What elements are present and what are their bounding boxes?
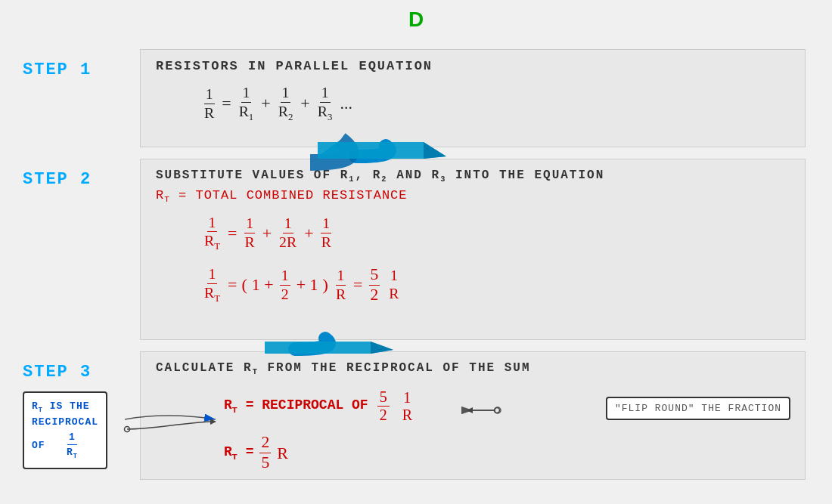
- step2-label: STEP 2: [23, 170, 92, 189]
- step3-label: STEP 3: [23, 363, 92, 382]
- step2-title: SUBSTITUTE VALUES OF R1, R2 AND R3 INTO …: [156, 169, 790, 184]
- step1-box: RESISTORS IN PARALLEL EQUATION 1 R = 1 R…: [140, 49, 806, 147]
- svg-point-10: [125, 427, 130, 432]
- step1-title: RESISTORS IN PARALLEL EQUATION: [156, 59, 790, 73]
- step1-label: STEP 1: [23, 60, 92, 79]
- annotation-left: RT IS THE RECIPROCAL OF 1 RT: [23, 391, 107, 469]
- step3-title: CALCULATE RT FROM THE RECIPROCAL OF THE …: [156, 361, 790, 376]
- step1-equation: 1 R = 1 R1 + 1 R2 + 1 R3 ...: [201, 84, 790, 123]
- step2-eq1: 1 RT = 1 R + 1 2R + 1 R: [201, 214, 790, 253]
- annotation-right: "FLIP ROUND" THE FRACTION: [606, 397, 790, 420]
- page-title: D: [408, 8, 424, 32]
- step2-eq2: 1 RT = ( 1 + 1 2 + 1 ) 1 R = 5 2 1 R: [201, 265, 790, 305]
- step3-eq2: RT = 2 5 R: [224, 433, 790, 473]
- step2-rt-label: RT = TOTAL COMBINED RESISTANCE: [156, 188, 790, 204]
- step2-box: SUBSTITUTE VALUES OF R1, R2 AND R3 INTO …: [140, 159, 806, 340]
